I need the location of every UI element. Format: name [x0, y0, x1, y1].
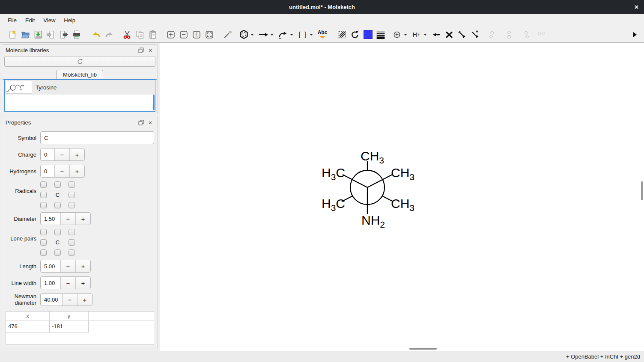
library-list[interactable]: HONH₂ Tyrosine [4, 80, 155, 112]
radical-checkbox[interactable] [40, 181, 47, 188]
cut-button[interactable] [121, 28, 134, 41]
toolbar-expand-button[interactable] [629, 28, 641, 41]
paste-button[interactable] [146, 28, 159, 41]
lone-pair-checkbox[interactable] [40, 249, 47, 256]
canvas-horizontal-scrollbar-thumb[interactable] [409, 348, 437, 350]
radical-checkbox[interactable] [69, 202, 75, 208]
canvas-vertical-scrollbar-thumb[interactable] [641, 181, 643, 200]
newman-diameter-value[interactable]: 40.00 [41, 294, 62, 306]
undo-button[interactable] [90, 28, 103, 41]
lone-pair-button[interactable] [430, 28, 443, 41]
menu-edit[interactable]: Edit [21, 15, 39, 25]
library-close-button[interactable]: × [146, 47, 154, 54]
area-highlight-button[interactable] [336, 28, 349, 41]
zoom-fit-button[interactable] [203, 28, 216, 41]
color-swatch-button[interactable] [361, 28, 374, 41]
lone-pair-checkbox[interactable] [69, 249, 75, 256]
lone-pair-checkbox[interactable] [54, 229, 61, 235]
zoom-in-button[interactable] [164, 28, 177, 41]
hydrogens-increment-button[interactable]: + [69, 165, 84, 177]
line-width-label: Line width [6, 280, 36, 286]
zoom-out-button[interactable] [177, 28, 190, 41]
insert-ring-button[interactable] [237, 28, 250, 41]
print-button[interactable] [70, 28, 83, 41]
molecule-label-bottom[interactable]: NH2 [361, 213, 385, 229]
line-width-decrement-button[interactable]: − [60, 277, 75, 289]
radical-checkbox[interactable] [54, 181, 61, 188]
delete-button[interactable] [443, 28, 456, 41]
radical-checkbox[interactable] [69, 181, 75, 188]
newman-diameter-increment-button[interactable]: + [77, 294, 92, 306]
export-button[interactable] [57, 28, 70, 41]
molecule-label-upper-right[interactable]: CH3 [391, 166, 414, 181]
molecule-label-lower-left[interactable]: H3C [322, 196, 345, 212]
symbol-input[interactable]: C [40, 131, 154, 144]
library-float-button[interactable] [137, 47, 145, 54]
reaction-arrow-dropdown-caret[interactable] [270, 34, 274, 36]
molecule-label-lower-right[interactable]: CH3 [391, 196, 414, 212]
drawing-canvas[interactable]: CH3 H3C CH3 H3C CH3 NH2 [160, 43, 644, 351]
coordinate-x-cell[interactable]: 476 [6, 320, 50, 332]
diameter-value[interactable]: 1.50 [41, 213, 60, 225]
hydrogen-button[interactable]: H+ [410, 28, 423, 41]
import-button[interactable] [45, 28, 57, 41]
ring-dropdown-caret[interactable] [250, 34, 254, 36]
newman-diameter-decrement-button[interactable]: − [62, 294, 77, 306]
radical-checkbox[interactable] [40, 202, 47, 208]
line-width-value[interactable]: 1.00 [41, 277, 60, 289]
diameter-decrement-button[interactable]: − [60, 213, 75, 225]
coordinate-y-cell[interactable]: -181 [50, 320, 89, 332]
radical-checkbox[interactable] [54, 202, 61, 208]
menu-file[interactable]: File [3, 15, 21, 25]
library-refresh-button[interactable] [4, 56, 155, 67]
line-width-button[interactable] [374, 28, 387, 41]
length-value[interactable]: 5.00 [41, 260, 60, 272]
charge-dropdown-caret[interactable] [404, 34, 407, 36]
lone-pair-checkbox[interactable] [54, 249, 61, 256]
open-file-button[interactable] [19, 28, 32, 41]
lone-pair-checkbox[interactable] [69, 239, 75, 246]
bracket-button[interactable]: [ ] [296, 28, 309, 41]
draw-bond-button[interactable]: N [221, 28, 234, 41]
mechanism-plus-tool-button[interactable] [468, 28, 481, 41]
lone-pair-checkbox[interactable] [69, 229, 75, 235]
text-tool-button[interactable]: Abc [316, 28, 329, 41]
charge-button[interactable] [391, 28, 403, 41]
menu-help[interactable]: Help [60, 15, 80, 25]
curved-arrow-button[interactable] [277, 28, 289, 41]
reaction-arrow-button[interactable] [257, 28, 270, 41]
length-decrement-button[interactable]: − [60, 260, 75, 272]
diameter-increment-button[interactable]: + [75, 213, 90, 225]
properties-close-button[interactable]: × [146, 119, 154, 127]
radical-checkbox[interactable] [69, 192, 75, 198]
charge-decrement-button[interactable]: − [54, 148, 69, 160]
zoom-original-button[interactable]: 1 [190, 28, 203, 41]
molecule-label-upper-left[interactable]: H3C [322, 166, 345, 181]
rotate-button[interactable] [349, 28, 361, 41]
charge-value[interactable]: 0 [41, 148, 54, 160]
tab-molsketch-lib[interactable]: Molsketch_lib [57, 70, 103, 79]
properties-float-button[interactable] [137, 119, 145, 127]
new-file-button[interactable] [6, 28, 19, 41]
hydrogen-dropdown-caret[interactable] [423, 34, 427, 36]
line-width-increment-button[interactable]: + [75, 277, 90, 289]
save-button[interactable] [32, 28, 45, 41]
curved-arrow-dropdown-caret[interactable] [290, 34, 293, 36]
lone-pair-checkbox[interactable] [40, 239, 47, 246]
list-item-tyrosine[interactable]: HONH₂ Tyrosine [5, 80, 155, 95]
menu-view[interactable]: View [39, 15, 60, 25]
hydrogens-value[interactable]: 0 [41, 165, 54, 177]
charge-increment-button[interactable]: + [69, 148, 84, 160]
redo-button[interactable] [103, 28, 116, 41]
molecule-label-top[interactable]: CH3 [361, 149, 384, 165]
library-scrollbar-thumb[interactable] [153, 95, 155, 110]
lone-pair-checkbox[interactable] [40, 229, 47, 235]
bracket-dropdown-caret[interactable] [310, 34, 313, 36]
window-close-button[interactable]: × [635, 0, 638, 14]
mechanism-tool-button[interactable] [456, 28, 468, 41]
radical-checkbox[interactable] [40, 192, 47, 198]
hydrogens-decrement-button[interactable]: − [54, 165, 69, 177]
copy-button[interactable] [134, 28, 146, 41]
front-bond-upper-left [343, 175, 367, 187]
length-increment-button[interactable]: + [75, 260, 90, 272]
